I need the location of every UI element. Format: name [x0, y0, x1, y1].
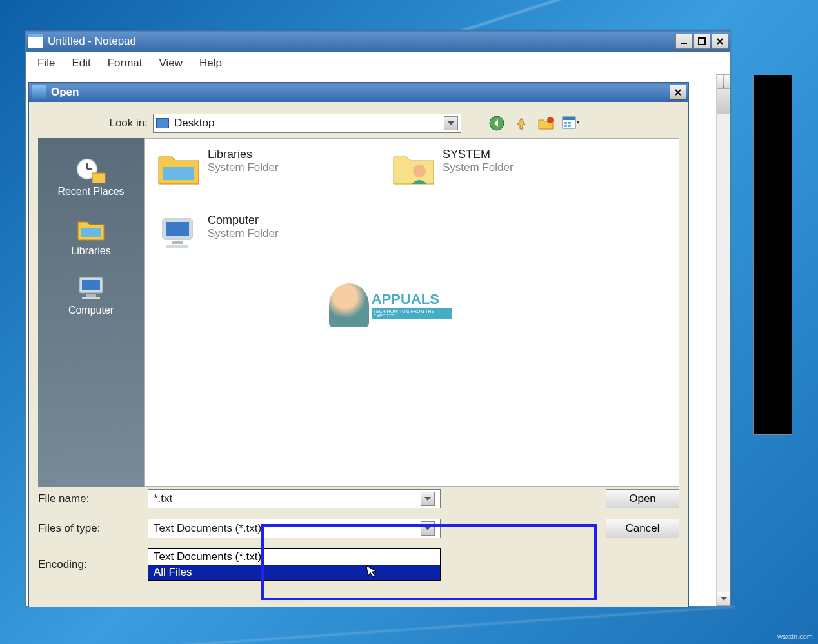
libraries-icon	[74, 214, 108, 243]
close-button[interactable]	[712, 34, 728, 49]
scroll-down-button[interactable]	[717, 592, 730, 606]
item-type: System Folder	[443, 161, 514, 174]
list-item[interactable]: Libraries System Folder	[154, 148, 373, 189]
scroll-thumb[interactable]	[717, 88, 730, 114]
watermark-title: APPUALS	[372, 291, 452, 308]
svg-rect-20	[82, 280, 100, 290]
filename-input[interactable]: *.txt	[148, 489, 441, 508]
filename-label: File name:	[38, 492, 148, 505]
encoding-label: Encoding:	[38, 558, 148, 571]
svg-rect-26	[166, 222, 189, 236]
file-list[interactable]: Libraries System Folder SYSTEM System Fo…	[144, 138, 679, 487]
computer-item-icon	[154, 214, 205, 255]
filetype-combobox[interactable]: Text Documents (*.txt)	[148, 519, 441, 538]
svg-point-24	[413, 165, 426, 177]
dialog-close-button[interactable]	[670, 85, 686, 100]
source-watermark: wsxdn.com	[777, 632, 813, 640]
lookin-dropdown-button[interactable]	[444, 116, 458, 130]
menu-view[interactable]: View	[152, 54, 191, 72]
menu-edit[interactable]: Edit	[64, 54, 98, 72]
filetype-option-all[interactable]: All Files	[148, 565, 440, 580]
places-libraries[interactable]: Libraries	[38, 210, 144, 261]
item-type: System Folder	[208, 227, 279, 240]
cancel-button[interactable]: Cancel	[606, 519, 679, 538]
back-icon[interactable]	[488, 115, 505, 132]
desktop-icon	[156, 118, 169, 128]
item-name: Libraries	[208, 148, 279, 161]
item-name: Computer	[208, 214, 279, 227]
new-folder-icon[interactable]	[537, 115, 554, 132]
background-dark-panel	[753, 75, 792, 435]
svg-rect-1	[699, 38, 705, 45]
titlebar[interactable]: Untitled - Notepad	[26, 30, 730, 52]
lookin-value: Desktop	[174, 117, 214, 130]
vertical-scrollbar[interactable]	[716, 74, 730, 606]
dialog-titlebar[interactable]: Open	[29, 83, 688, 102]
svg-rect-27	[172, 241, 183, 244]
lookin-combobox[interactable]: Desktop	[153, 114, 461, 133]
svg-rect-12	[564, 125, 567, 127]
list-item[interactable]: SYSTEM System Folder	[388, 148, 608, 189]
maximize-button[interactable]	[693, 34, 710, 49]
filename-value: *.txt	[154, 492, 172, 505]
filetype-label: Files of type:	[38, 522, 148, 535]
svg-rect-0	[681, 43, 687, 44]
svg-rect-13	[568, 125, 571, 127]
svg-rect-28	[166, 245, 188, 248]
computer-icon	[74, 274, 108, 302]
places-recent[interactable]: Recent Places	[38, 151, 144, 201]
dialog-title: Open	[51, 86, 79, 99]
svg-rect-10	[564, 122, 567, 124]
lookin-label: Look in:	[38, 117, 148, 130]
libraries-folder-icon	[154, 148, 205, 189]
scroll-up-button[interactable]	[717, 74, 730, 88]
places-recent-label: Recent Places	[57, 186, 124, 197]
filename-dropdown-button[interactable]	[421, 492, 435, 506]
item-type: System Folder	[208, 161, 279, 174]
open-button[interactable]: Open	[606, 489, 679, 508]
notepad-icon	[28, 34, 43, 48]
menu-help[interactable]: Help	[192, 54, 230, 72]
svg-rect-23	[163, 167, 194, 180]
svg-rect-21	[86, 294, 96, 297]
up-one-level-icon[interactable]	[513, 115, 530, 132]
places-libraries-label: Libraries	[71, 245, 110, 257]
open-dialog: Open Look in: Desktop	[28, 82, 689, 607]
watermark-mascot-icon	[329, 283, 369, 327]
watermark-subtitle: TECH HOW-TO'S FROM THE EXPERTS!	[372, 308, 452, 319]
menu-file[interactable]: File	[30, 54, 63, 72]
menubar: File Edit Format View Help	[26, 52, 730, 74]
filetype-option-txt[interactable]: Text Documents (*.txt)	[148, 549, 440, 565]
filetype-value: Text Documents (*.txt)	[154, 522, 261, 535]
menu-format[interactable]: Format	[100, 54, 150, 72]
view-menu-icon[interactable]	[562, 115, 579, 132]
svg-rect-18	[81, 228, 101, 237]
filetype-dropdown-list: Text Documents (*.txt) All Files	[148, 548, 441, 581]
window-title: Untitled - Notepad	[48, 35, 675, 48]
filetype-dropdown-button[interactable]	[421, 521, 435, 536]
places-computer[interactable]: Computer	[38, 270, 144, 320]
system-user-folder-icon	[388, 148, 440, 189]
editor-area[interactable]: Open Look in: Desktop	[26, 74, 730, 606]
recent-places-icon	[74, 155, 108, 183]
svg-rect-22	[82, 297, 100, 299]
appuals-watermark: APPUALS TECH HOW-TO'S FROM THE EXPERTS!	[329, 278, 452, 332]
list-item[interactable]: Computer System Folder	[154, 214, 373, 255]
places-computer-label: Computer	[68, 305, 114, 316]
item-name: SYSTEM	[443, 148, 514, 161]
svg-rect-9	[563, 117, 575, 120]
svg-rect-11	[568, 122, 571, 124]
svg-point-7	[547, 117, 554, 123]
minimize-button[interactable]	[675, 34, 692, 49]
notepad-window: Untitled - Notepad File Edit Format View…	[25, 30, 731, 607]
places-bar: Recent Places Libraries Computer	[38, 138, 144, 487]
open-dialog-icon	[32, 85, 46, 99]
